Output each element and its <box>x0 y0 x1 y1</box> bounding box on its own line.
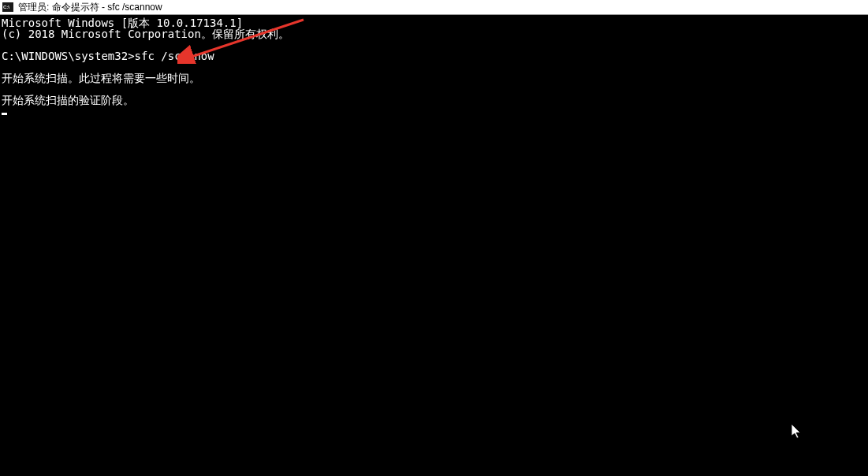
window-title: 管理员: 命令提示符 - sfc /scannow <box>18 1 162 14</box>
text-cursor <box>2 113 7 115</box>
terminal-output[interactable]: Microsoft Windows [版本 10.0.17134.1] (c) … <box>0 15 868 476</box>
prompt-text: C:\WINDOWS\system32> <box>2 50 135 61</box>
cursor-line <box>2 106 866 117</box>
command-line: C:\WINDOWS\system32>sfc /scannow <box>2 50 866 61</box>
blank-line <box>2 39 866 50</box>
cmd-icon-label: C:\ <box>3 5 9 9</box>
copyright-text: (c) 2018 Microsoft Corporation。保留所有权利。 <box>2 28 866 39</box>
version-text: Microsoft Windows [版本 10.0.17134.1] <box>2 17 866 28</box>
mouse-cursor-icon <box>791 423 803 441</box>
output-text-2: 开始系统扫描的验证阶段。 <box>2 95 866 106</box>
command-text: sfc /scannow <box>135 50 214 61</box>
cmd-icon: C:\ <box>2 2 13 12</box>
blank-line <box>2 61 866 73</box>
title-bar: C:\ 管理员: 命令提示符 - sfc /scannow <box>0 0 868 15</box>
blank-line <box>2 84 866 95</box>
output-text-1: 开始系统扫描。此过程将需要一些时间。 <box>2 73 866 84</box>
